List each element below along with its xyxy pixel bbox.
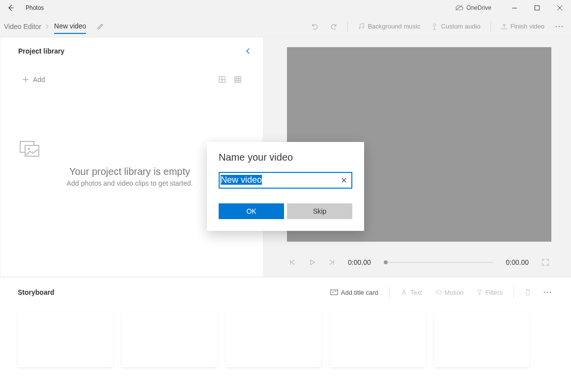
- add-label: Add: [33, 76, 45, 84]
- storyboard-panel: Storyboard Add title card Text Motion Fi…: [0, 277, 571, 392]
- redo-button[interactable]: [326, 20, 342, 33]
- svg-point-26: [550, 292, 551, 293]
- onedrive-status[interactable]: OneDrive: [455, 4, 491, 11]
- title-card-icon: [330, 289, 338, 295]
- chevron-right-icon: [45, 24, 49, 29]
- skip-label: Skip: [313, 207, 326, 215]
- play-icon: [309, 259, 315, 266]
- next-frame-button[interactable]: [328, 259, 335, 266]
- svg-point-21: [437, 290, 441, 294]
- svg-point-20: [335, 291, 336, 292]
- storyboard-slots: [18, 312, 553, 367]
- text-button: Text: [399, 287, 424, 298]
- svg-rect-10: [235, 77, 241, 83]
- ellipsis-icon: [555, 26, 563, 28]
- storyboard-slot[interactable]: [434, 312, 530, 367]
- motion-icon: [435, 289, 442, 296]
- more-button[interactable]: [551, 23, 567, 30]
- audio-icon: [431, 23, 438, 30]
- app-title: Photos: [26, 4, 44, 11]
- breadcrumb-current[interactable]: New video: [54, 22, 86, 34]
- svg-point-4: [556, 26, 557, 27]
- current-time: 0:00.00: [348, 258, 371, 266]
- undo-button[interactable]: [307, 20, 323, 33]
- video-name-value: New video: [221, 175, 262, 185]
- skip-forward-icon: [328, 259, 335, 266]
- finish-video-label: Finish video: [511, 23, 544, 30]
- collapse-library-button[interactable]: [245, 48, 252, 55]
- filters-label: Filters: [485, 289, 503, 296]
- custom-audio-button[interactable]: Custom audio: [427, 20, 484, 33]
- grid-small-button[interactable]: [234, 76, 241, 83]
- video-name-input[interactable]: New video: [219, 172, 352, 189]
- trash-icon: [525, 289, 531, 296]
- storyboard-more-button[interactable]: [542, 289, 553, 295]
- delete-button: [523, 287, 533, 298]
- storyboard-slot[interactable]: [226, 312, 321, 367]
- fullscreen-icon: [542, 258, 549, 266]
- svg-rect-2: [535, 6, 540, 10]
- x-icon: [342, 178, 346, 183]
- prev-frame-button[interactable]: [289, 259, 296, 266]
- grid-large-icon: [219, 76, 226, 83]
- svg-point-17: [28, 148, 30, 150]
- background-music-label: Background music: [368, 23, 420, 30]
- total-time: 0:00.00: [506, 258, 529, 266]
- storyboard-slot[interactable]: [18, 312, 113, 367]
- filters-button: Filters: [475, 287, 505, 298]
- finish-video-button[interactable]: Finish video: [497, 20, 548, 33]
- svg-rect-18: [331, 290, 338, 295]
- skip-button[interactable]: Skip: [287, 203, 352, 219]
- custom-audio-label: Custom audio: [441, 23, 480, 30]
- storyboard-slot[interactable]: [330, 312, 426, 367]
- svg-line-19: [332, 291, 334, 293]
- export-icon: [501, 23, 508, 30]
- svg-point-3: [433, 24, 436, 26]
- add-title-card-label: Add title card: [341, 289, 378, 296]
- background-music-button[interactable]: Background music: [354, 20, 424, 33]
- ok-button[interactable]: OK: [219, 203, 284, 219]
- maximize-button[interactable]: [526, 0, 548, 16]
- dialog-title: Name your video: [219, 152, 352, 163]
- window-controls: [503, 0, 571, 16]
- svg-point-5: [559, 26, 560, 27]
- close-button[interactable]: [548, 0, 571, 16]
- close-icon: [557, 5, 562, 10]
- storyboard-slot[interactable]: [122, 312, 217, 367]
- project-library-title: Project library: [18, 47, 64, 55]
- maximize-icon: [535, 5, 540, 10]
- add-media-button[interactable]: Add: [18, 74, 49, 85]
- clear-input-button[interactable]: [340, 178, 348, 183]
- add-title-card-button[interactable]: Add title card: [328, 287, 380, 298]
- titlebar: Photos OneDrive: [0, 0, 571, 16]
- breadcrumb: Video Editor New video: [4, 19, 104, 34]
- toolbar: Video Editor New video Background music …: [0, 16, 571, 37]
- chevron-left-icon: [245, 48, 250, 55]
- minimize-button[interactable]: [503, 0, 526, 16]
- plus-icon: [22, 76, 29, 83]
- svg-point-25: [547, 292, 548, 293]
- name-video-dialog: Name your video New video OK Skip: [207, 142, 364, 231]
- fullscreen-button[interactable]: [542, 258, 549, 266]
- motion-label: Motion: [445, 289, 464, 296]
- svg-rect-1: [512, 8, 517, 8]
- grid-large-button[interactable]: [219, 76, 226, 83]
- onedrive-label: OneDrive: [466, 4, 491, 11]
- play-button[interactable]: [309, 259, 315, 266]
- grid-small-icon: [234, 76, 241, 83]
- filters-icon: [477, 289, 483, 296]
- text-icon: [400, 289, 407, 295]
- scrubber[interactable]: [384, 262, 493, 263]
- music-icon: [358, 23, 365, 30]
- minimize-icon: [512, 8, 517, 8]
- storyboard-title: Storyboard: [18, 288, 55, 296]
- rename-button[interactable]: [97, 23, 104, 30]
- redo-icon: [330, 23, 338, 30]
- back-button[interactable]: [3, 0, 19, 16]
- svg-point-24: [544, 292, 545, 293]
- arrow-left-icon: [7, 4, 15, 12]
- text-label: Text: [410, 289, 422, 296]
- ellipsis-icon: [543, 291, 551, 293]
- skip-back-icon: [289, 259, 296, 266]
- breadcrumb-parent[interactable]: Video Editor: [4, 23, 41, 30]
